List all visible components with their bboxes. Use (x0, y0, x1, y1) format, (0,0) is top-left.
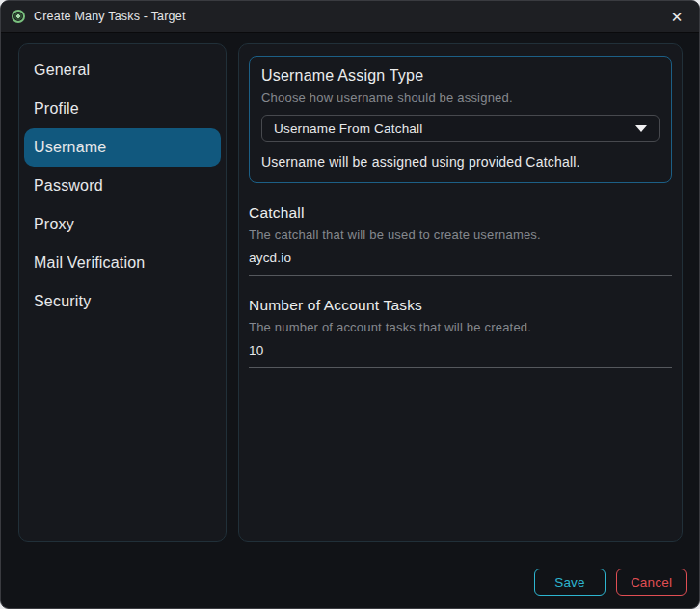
assign-type-title: Username Assign Type (261, 67, 660, 85)
cancel-button[interactable]: Cancel (616, 569, 687, 596)
sidebar-item-password[interactable]: Password (24, 167, 221, 205)
sidebar-item-label: Proxy (34, 216, 74, 233)
sidebar-item-security[interactable]: Security (24, 282, 221, 321)
chevron-down-icon (635, 125, 647, 132)
sidebar-item-label: Username (34, 139, 106, 156)
sidebar-item-label: Mail Verification (34, 254, 145, 272)
assign-type-dropdown-value: Username From Catchall (274, 121, 635, 136)
username-settings-panel: Username Assign Type Choose how username… (238, 43, 683, 542)
assign-type-description: Choose how username should be assigned. (261, 91, 660, 105)
num-tasks-section: Number of Account Tasks The number of ac… (239, 297, 682, 368)
sidebar-item-profile[interactable]: Profile (24, 90, 221, 128)
catchall-title: Catchall (249, 204, 672, 222)
assign-type-dropdown[interactable]: Username From Catchall (261, 115, 660, 142)
sidebar-item-label: Security (34, 293, 91, 310)
catchall-input[interactable] (249, 251, 672, 276)
window-title: Create Many Tasks - Target (34, 10, 186, 23)
titlebar: Create Many Tasks - Target ✕ (1, 1, 699, 33)
close-icon[interactable]: ✕ (660, 4, 693, 30)
num-tasks-title: Number of Account Tasks (249, 297, 672, 314)
sidebar-item-username[interactable]: Username (24, 128, 221, 167)
create-many-tasks-dialog: Create Many Tasks - Target ✕ General Pro… (0, 0, 700, 609)
num-tasks-input[interactable] (249, 343, 672, 368)
sidebar-item-label: Profile (34, 100, 79, 118)
app-icon (12, 10, 25, 23)
username-assign-type-card: Username Assign Type Choose how username… (249, 56, 672, 183)
sidebar-item-proxy[interactable]: Proxy (24, 205, 221, 244)
catchall-description: The catchall that will be used to create… (249, 227, 672, 242)
num-tasks-description: The number of account tasks that will be… (249, 320, 672, 334)
save-button[interactable]: Save (534, 569, 606, 596)
sidebar-item-mail-verification[interactable]: Mail Verification (24, 244, 221, 282)
sidebar-item-label: Password (34, 177, 103, 195)
catchall-section: Catchall The catchall that will be used … (239, 204, 682, 276)
assign-type-hint: Username will be assigned using provided… (261, 154, 660, 170)
sidebar-item-label: General (34, 62, 90, 79)
sidebar-item-general[interactable]: General (24, 51, 221, 90)
settings-sidebar: General Profile Username Password Proxy … (18, 43, 227, 542)
